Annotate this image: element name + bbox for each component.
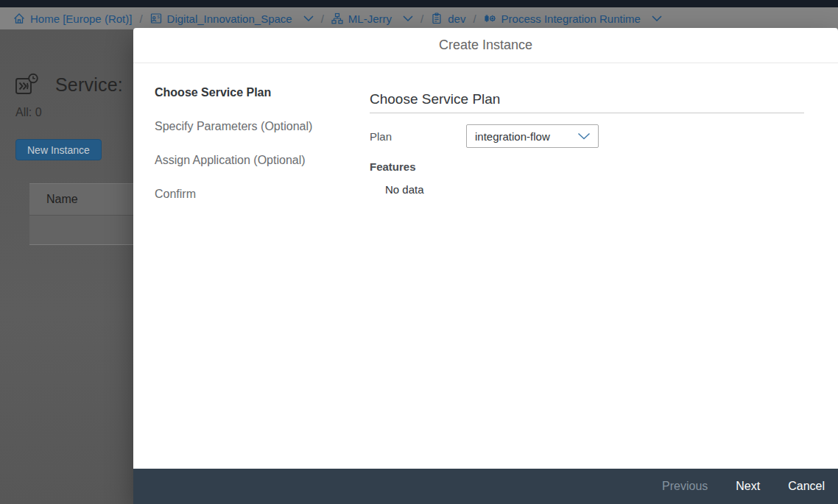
svg-text:s: s: [157, 14, 160, 19]
global-account-icon: s: [150, 13, 162, 24]
next-button[interactable]: Next: [733, 480, 763, 493]
breadcrumb-separator: /: [420, 13, 423, 25]
chevron-down-icon[interactable]: [652, 15, 662, 21]
dialog-header: Create Instance: [133, 28, 838, 63]
previous-button[interactable]: Previous: [659, 480, 711, 493]
breadcrumb: Home [Europe (Rot)] / s Digital_Innovati…: [0, 7, 838, 29]
breadcrumb-separator: /: [473, 13, 476, 25]
breadcrumb-item-home[interactable]: Home [Europe (Rot)]: [13, 13, 132, 25]
chevron-down-icon[interactable]: [303, 15, 314, 21]
instances-count-label: All: 0: [15, 106, 42, 119]
breadcrumb-separator: /: [139, 13, 142, 25]
wizard-step-assign-application[interactable]: Assign Application (Optional): [155, 154, 362, 188]
breadcrumb-item-space[interactable]: dev: [431, 13, 465, 25]
step-content-panel: Choose Service Plan Plan integration-flo…: [362, 63, 838, 468]
cancel-button[interactable]: Cancel: [785, 480, 828, 493]
breadcrumb-item-global-account[interactable]: s Digital_Innovation_Space: [150, 13, 314, 25]
breadcrumb-item-subaccount[interactable]: ML-Jerry: [331, 13, 413, 25]
plan-select[interactable]: integration-flow: [466, 124, 599, 148]
plan-label: Plan: [370, 130, 466, 143]
create-instance-dialog: Create Instance Choose Service Plan Spec…: [133, 28, 838, 504]
breadcrumb-label: dev: [448, 13, 465, 25]
wizard-step-choose-service-plan[interactable]: Choose Service Plan: [155, 86, 362, 120]
process-integration-icon: [15, 72, 39, 97]
wizard-step-label: Choose Service Plan: [155, 86, 271, 99]
step-content-heading: Choose Service Plan: [370, 91, 804, 107]
page-title: Service:: [55, 74, 123, 96]
breadcrumb-label: Process Integration Runtime: [501, 13, 641, 25]
no-data-text: No data: [385, 183, 804, 196]
wizard-step-label: Specify Parameters (Optional): [155, 120, 312, 133]
chevron-down-icon: [577, 132, 591, 140]
wizard-step-specify-parameters[interactable]: Specify Parameters (Optional): [155, 120, 362, 154]
new-instance-button[interactable]: New Instance: [15, 139, 102, 160]
breadcrumb-item-service[interactable]: Process Integration Runtime: [484, 13, 662, 25]
home-icon: [13, 13, 25, 24]
breadcrumb-label: Home [Europe (Rot)]: [30, 13, 132, 25]
wizard-steps: Choose Service Plan Specify Parameters (…: [133, 63, 362, 468]
dialog-footer: Previous Next Cancel: [133, 469, 838, 504]
shell-top-strip: [0, 0, 838, 7]
heading-divider: [370, 113, 804, 113]
breadcrumb-label: Digital_Innovation_Space: [167, 13, 292, 25]
wizard-step-label: Confirm: [155, 188, 196, 201]
wizard-step-confirm[interactable]: Confirm: [155, 188, 362, 221]
features-label: Features: [370, 160, 804, 173]
service-instance-icon: [484, 13, 496, 24]
breadcrumb-separator: /: [321, 13, 324, 25]
screen: Home [Europe (Rot)] / s Digital_Innovati…: [0, 0, 838, 504]
clipboard-icon: [431, 13, 443, 24]
column-header-name: Name: [46, 193, 78, 206]
org-chart-icon: [331, 13, 343, 24]
wizard-step-label: Assign Application (Optional): [155, 154, 306, 167]
chevron-down-icon[interactable]: [403, 15, 413, 21]
breadcrumb-label: ML-Jerry: [348, 13, 392, 25]
plan-select-value: integration-flow: [475, 130, 550, 143]
dialog-title: Create Instance: [439, 38, 532, 53]
